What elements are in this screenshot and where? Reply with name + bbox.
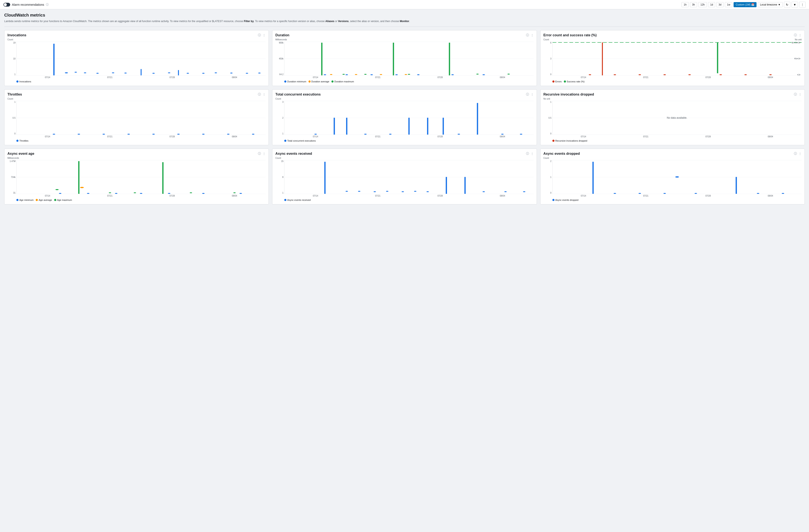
more-icon[interactable]: ⋮ <box>262 34 265 37</box>
svg-point-80 <box>87 193 89 194</box>
svg-point-89 <box>346 191 348 192</box>
more-icon[interactable]: ⋮ <box>798 34 802 37</box>
time-12h[interactable]: 12h <box>698 2 707 7</box>
time-3d[interactable]: 3d <box>717 2 723 7</box>
concurrent-exec-card: Total concurrent executions ⓘ ⋮ Count 3 … <box>272 89 537 145</box>
legend-errors: Errors <box>552 80 562 83</box>
time-3h[interactable]: 3h <box>690 2 697 7</box>
legend-color <box>284 81 286 83</box>
settings-btn[interactable]: ▼ <box>792 2 798 7</box>
svg-point-26 <box>346 74 348 75</box>
svg-point-94 <box>414 191 417 192</box>
svg-point-76 <box>134 192 136 193</box>
svg-point-52 <box>102 134 105 135</box>
info-icon[interactable]: ⓘ <box>794 33 797 37</box>
svg-point-23 <box>476 74 479 74</box>
more-icon[interactable]: ⋮ <box>798 93 802 96</box>
info-icon[interactable]: ⓘ <box>526 33 529 37</box>
svg-point-46 <box>769 74 772 75</box>
async-received-title: Async events received <box>275 152 312 156</box>
svg-point-55 <box>177 134 180 135</box>
refresh-btn[interactable]: ↻ <box>784 2 790 7</box>
time-1d[interactable]: 1d <box>708 2 715 7</box>
concurrent-exec-title: Total concurrent executions <box>275 92 321 96</box>
svg-point-84 <box>202 193 205 194</box>
async-received-ylabel: Count <box>275 157 533 159</box>
concurrent-exec-actions: ⓘ ⋮ <box>526 92 534 96</box>
recursive-ylabel: No unit <box>544 97 802 100</box>
svg-point-78 <box>233 192 236 193</box>
more-icon[interactable]: ⋮ <box>262 93 265 96</box>
error-rate-actions: ⓘ ⋮ <box>794 33 802 37</box>
grid-line <box>553 135 802 135</box>
invocations-legend: Invocations <box>16 80 265 83</box>
svg-point-65 <box>314 134 317 135</box>
recursive-legend: Recursive invocations dropped <box>552 140 802 142</box>
help-icon[interactable]: ⓘ <box>46 3 49 6</box>
info-icon[interactable]: ⓘ <box>258 152 261 156</box>
async-dropped-card: Async events dropped ⓘ ⋮ Count 2 1 0 <box>540 148 805 205</box>
recursive-yaxis: 1 0.5 0 <box>544 101 551 135</box>
svg-text:50: 50 <box>794 57 800 60</box>
svg-point-58 <box>252 134 255 135</box>
recursive-xlabels: 07/14 07/21 07/28 08/04 <box>552 136 802 138</box>
app-title: Alarm recommendations <box>12 3 44 6</box>
info-icon[interactable]: ⓘ <box>258 33 261 37</box>
async-dropped-title: Async events dropped <box>544 152 580 156</box>
recursive-invocations-card: Recursive invocations dropped ⓘ ⋮ No uni… <box>540 89 805 145</box>
throttles-header: Throttles ⓘ ⋮ <box>7 92 265 96</box>
legend-color <box>36 199 38 201</box>
error-ylabel: Count <box>544 38 549 41</box>
more-icon[interactable]: ⋮ <box>531 152 534 155</box>
concurrent-inner <box>284 101 533 135</box>
duration-svg <box>285 41 533 75</box>
duration-ylabel: Milliseconds <box>275 38 533 41</box>
async-age-actions: ⓘ ⋮ <box>258 152 265 156</box>
more-icon[interactable]: ⋮ <box>798 152 802 155</box>
async-age-title: Async event age <box>7 152 34 156</box>
svg-point-93 <box>401 191 404 192</box>
svg-point-104 <box>663 193 666 194</box>
grid-line <box>285 135 533 135</box>
time-1w[interactable]: 1w <box>725 2 732 7</box>
row-gap <box>4 86 805 89</box>
async-received-chart: 15 8 1 <box>275 160 533 194</box>
error-legend: Errors Success rate (%) <box>552 80 802 83</box>
error-rate-title: Error count and success rate (%) <box>544 33 597 37</box>
toggle-icon[interactable] <box>3 3 10 6</box>
svg-point-101 <box>675 176 679 178</box>
legend-async-dropped: Async events dropped <box>552 199 579 201</box>
more-icon[interactable]: ⋮ <box>531 93 534 96</box>
throttles-legend: Throttles <box>16 140 265 142</box>
more-options-btn[interactable]: ⋮ <box>799 2 806 7</box>
throttles-chart: 1 0.5 0 <box>7 101 265 135</box>
concurrent-legend: Total concurrent executions <box>284 140 533 142</box>
error-rate-chart: 6 3 0 <box>544 41 802 75</box>
info-icon[interactable]: ⓘ <box>258 92 261 96</box>
svg-point-103 <box>638 193 641 194</box>
info-icon[interactable]: ⓘ <box>526 152 529 156</box>
info-icon[interactable]: ⓘ <box>794 92 797 96</box>
legend-age-min: Age minimum <box>16 199 34 201</box>
legend-color <box>309 81 311 83</box>
more-icon[interactable]: ⋮ <box>531 34 534 37</box>
top-bar-left: Alarm recommendations ⓘ <box>3 3 49 6</box>
time-1h[interactable]: 1h <box>682 2 689 7</box>
async-dropped-ylabel: Count <box>544 157 802 159</box>
error-rate-ylabel-row: Count No unit <box>544 38 802 41</box>
duration-yaxis: 900k 450k 64.2 <box>275 41 283 75</box>
svg-point-44 <box>719 74 722 75</box>
async-dropped-svg <box>553 160 802 194</box>
more-icon[interactable]: ⋮ <box>262 152 265 155</box>
timezone-btn[interactable]: Local timezone ▼ <box>758 2 782 7</box>
info-icon[interactable]: ⓘ <box>526 92 529 96</box>
async-dropped-chart: 2 1 0 <box>544 160 802 194</box>
duration-header: Duration ⓘ ⋮ <box>275 33 533 37</box>
async-received-inner <box>284 160 533 194</box>
error-rate-card: Error count and success rate (%) ⓘ ⋮ Cou… <box>540 30 805 86</box>
custom-time-btn[interactable]: Custom (1M) 📅 <box>734 2 757 7</box>
invocations-header: Invocations ⓘ ⋮ <box>7 33 265 37</box>
info-icon[interactable]: ⓘ <box>794 152 797 156</box>
page-title: CloudWatch metrics <box>4 13 805 18</box>
svg-point-27 <box>371 74 373 75</box>
